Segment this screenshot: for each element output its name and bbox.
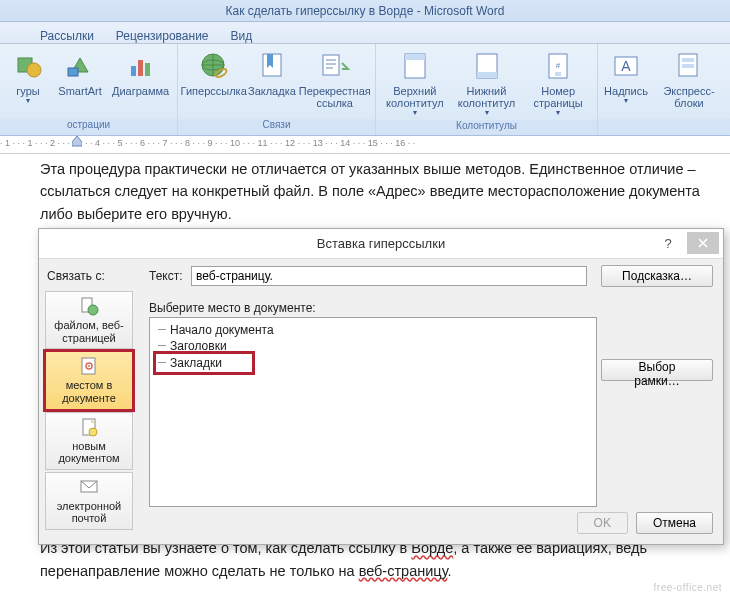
globe-link-icon bbox=[198, 50, 230, 82]
bookmark-icon bbox=[256, 50, 288, 82]
tab-mailings[interactable]: Рассылки bbox=[40, 29, 94, 43]
svg-point-24 bbox=[88, 305, 98, 315]
linkto-email[interactable]: электронной почтой bbox=[45, 472, 133, 530]
svg-text:A: A bbox=[621, 58, 631, 74]
svg-rect-14 bbox=[477, 72, 497, 78]
chevron-down-icon: ▾ bbox=[413, 109, 417, 118]
header-icon bbox=[399, 50, 431, 82]
group-label-illustrations: острации bbox=[0, 119, 177, 135]
insert-hyperlink-dialog: Вставка гиперссылки ? Связать с: Текст: … bbox=[38, 228, 724, 545]
screentip-button[interactable]: Подсказка… bbox=[601, 265, 713, 287]
window-titlebar: Как сделать гиперссылку в Ворде - Micros… bbox=[0, 0, 730, 22]
tab-view[interactable]: Вид bbox=[231, 29, 253, 43]
group-label-links: Связи bbox=[178, 119, 375, 135]
help-button[interactable]: ? bbox=[653, 229, 683, 258]
footer-icon bbox=[471, 50, 503, 82]
svg-rect-12 bbox=[405, 54, 425, 60]
svg-point-29 bbox=[89, 428, 97, 436]
horizontal-ruler[interactable]: · 1 · · · 1 · · · 2 · · · 3 · · · 4 · · … bbox=[0, 136, 730, 154]
linkto-sidebar: файлом, веб-страницей местом в документе… bbox=[45, 291, 133, 530]
text-label: Текст: bbox=[149, 269, 183, 283]
tree-item-top[interactable]: Начало документа bbox=[156, 322, 590, 338]
linkto-file-web[interactable]: файлом, веб-страницей bbox=[45, 291, 133, 349]
svg-rect-3 bbox=[131, 66, 136, 76]
group-label-headerfooter: Колонтитулы bbox=[376, 120, 597, 135]
smartart-button[interactable]: SmartArt bbox=[56, 48, 104, 99]
ribbon-tabs: Рассылки Рецензирование Вид bbox=[0, 22, 730, 44]
svg-point-27 bbox=[88, 365, 90, 367]
quickparts-icon bbox=[673, 50, 705, 82]
place-in-doc-icon bbox=[79, 356, 99, 376]
pagenum-button[interactable]: # Номер страницы▾ bbox=[525, 48, 591, 120]
textbox-button[interactable]: A Надпись▾ bbox=[604, 48, 648, 108]
header-button[interactable]: Верхний колонтитул▾ bbox=[382, 48, 448, 120]
svg-rect-2 bbox=[68, 68, 78, 76]
file-web-icon bbox=[79, 296, 99, 316]
svg-rect-10 bbox=[323, 55, 339, 75]
close-icon bbox=[698, 238, 708, 248]
ribbon: гуры▾ SmartArt Диаграмма острации Гиперс… bbox=[0, 44, 730, 136]
footer-button[interactable]: Нижний колонтитул▾ bbox=[454, 48, 520, 120]
svg-rect-4 bbox=[138, 60, 143, 76]
chevron-down-icon: ▾ bbox=[556, 109, 560, 118]
indent-marker-icon[interactable] bbox=[72, 136, 82, 152]
email-icon bbox=[79, 477, 99, 497]
watermark: free-office.net bbox=[654, 582, 722, 593]
svg-rect-17 bbox=[555, 72, 561, 76]
new-doc-icon bbox=[79, 417, 99, 437]
shapes-button[interactable]: гуры▾ bbox=[6, 48, 50, 108]
chevron-down-icon: ▾ bbox=[26, 97, 30, 106]
group-label-text bbox=[598, 119, 730, 135]
dialog-title: Вставка гиперссылки bbox=[317, 236, 445, 251]
smartart-icon bbox=[64, 50, 96, 82]
svg-rect-22 bbox=[682, 64, 694, 68]
linkto-place-in-doc[interactable]: местом в документе bbox=[45, 351, 133, 409]
tree-item-bookmarks[interactable]: Закладки bbox=[156, 355, 222, 371]
hyperlink-button[interactable]: Гиперссылка bbox=[184, 48, 243, 99]
linkto-new-doc[interactable]: новым документом bbox=[45, 412, 133, 470]
crossref-button[interactable]: Перекрестная ссылка bbox=[300, 48, 369, 111]
select-place-label: Выберите место в документе: bbox=[149, 301, 316, 315]
svg-point-1 bbox=[27, 63, 41, 77]
window-title: Как сделать гиперссылку в Ворде - Micros… bbox=[226, 4, 505, 18]
pagenum-icon: # bbox=[542, 50, 574, 82]
tree-item-headings[interactable]: Заголовки bbox=[156, 338, 590, 354]
quickparts-button[interactable]: Экспресс-блоки bbox=[654, 48, 724, 111]
svg-rect-5 bbox=[145, 63, 150, 76]
svg-rect-21 bbox=[682, 58, 694, 62]
tab-review[interactable]: Рецензирование bbox=[116, 29, 209, 43]
target-frame-button[interactable]: Выбор рамки… bbox=[601, 359, 713, 381]
textbox-icon: A bbox=[610, 50, 642, 82]
display-text-input[interactable] bbox=[191, 266, 587, 286]
dialog-titlebar[interactable]: Вставка гиперссылки ? bbox=[39, 229, 723, 259]
bookmark-button[interactable]: Закладка bbox=[249, 48, 294, 99]
chart-button[interactable]: Диаграмма bbox=[110, 48, 171, 99]
paragraph: Эта процедура практически не отличается … bbox=[40, 158, 712, 225]
linkto-label: Связать с: bbox=[47, 269, 105, 283]
svg-text:#: # bbox=[556, 61, 561, 70]
shapes-icon bbox=[12, 50, 44, 82]
close-button[interactable] bbox=[687, 232, 719, 254]
chevron-down-icon: ▾ bbox=[485, 109, 489, 118]
chevron-down-icon: ▾ bbox=[624, 97, 628, 106]
chart-icon bbox=[125, 50, 157, 82]
cancel-button[interactable]: Отмена bbox=[636, 512, 713, 534]
document-places-tree[interactable]: Начало документа Заголовки Закладки bbox=[149, 317, 597, 507]
ok-button: OK bbox=[577, 512, 628, 534]
crossref-icon bbox=[319, 50, 351, 82]
